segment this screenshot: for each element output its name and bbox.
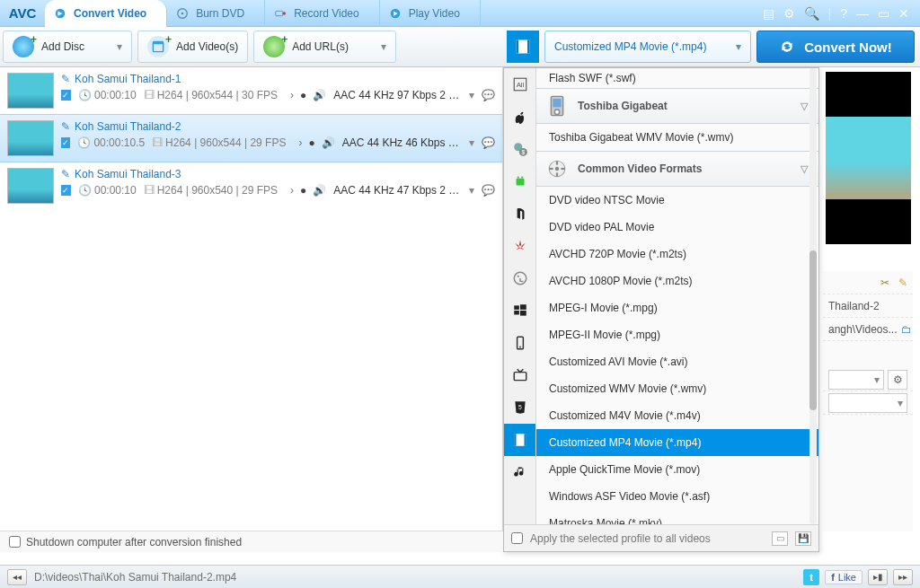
category-apple[interactable] [504,101,536,133]
format-item[interactable]: Flash SWF (*.swf) [536,68,818,88]
tab-label: Play Video [409,7,460,20]
video-row[interactable]: ✎ Koh Samui Thailand-3 ✓ 🕓 00:00:10 🎞 H2… [0,162,502,209]
folder-icon[interactable]: 🗀 [901,323,912,336]
category-tv[interactable] [504,359,536,391]
maximize-icon[interactable]: ▭ [878,6,889,21]
category-android-money[interactable]: $ [504,133,536,165]
crop-icon[interactable]: ✂ [880,276,889,289]
checkbox[interactable]: ✓ [61,90,71,101]
effects-icon[interactable]: ✎ [898,276,907,289]
format-item[interactable]: Apple QuickTime Movie (*.mov) [536,456,818,483]
category-video[interactable] [504,424,536,456]
audio-icon[interactable]: 🔊 [313,89,326,101]
shutdown-checkbox[interactable] [9,536,21,548]
close-icon[interactable]: ✕ [898,6,909,21]
expand-icon[interactable]: › [290,89,294,101]
output-profile-selector[interactable]: Customized MP4 Movie (*.mp4) ▾ [544,31,751,63]
format-item[interactable]: AVCHD 1080P Movie (*.m2ts) [536,268,818,294]
category-mobile[interactable] [504,327,536,359]
svg-rect-40 [561,168,564,170]
tab-convert-video[interactable]: Convert Video [45,0,167,27]
format-item[interactable]: DVD video NTSC Movie [536,187,818,214]
format-section-header[interactable]: Toshiba Gigabeat▽ [536,88,818,124]
facebook-like-button[interactable]: fLike [825,570,862,584]
format-item[interactable]: MPEG-I Movie (*.mpg) [536,294,818,321]
format-item[interactable]: MPEG-II Movie (*.mpg) [536,321,818,348]
svg-rect-16 [517,179,525,186]
thumbnail [7,120,54,156]
settings-icon[interactable]: ● [300,184,306,197]
svg-rect-30 [514,434,516,446]
category-android[interactable] [504,165,536,197]
category-huawei[interactable] [504,230,536,262]
shutdown-label: Shutdown computer after conversion finis… [26,536,242,549]
next-button[interactable]: ▸▮ [868,569,888,585]
dropdown-icon[interactable]: ▾ [469,89,474,101]
expand-icon[interactable]: › [298,136,302,149]
comment-icon[interactable]: 💬 [482,184,495,197]
chevron-down-icon: ▽ [801,163,808,175]
tab-record-video[interactable]: Record Video [265,0,380,27]
settings-icon[interactable]: ● [300,89,306,101]
add-disc-button[interactable]: + Add Disc ▾ [3,31,132,63]
gear-icon[interactable]: ⚙ [783,6,795,21]
format-item[interactable]: AVCHD 720P Movie (*.m2ts) [536,241,818,268]
format-item[interactable]: DVD video PAL Movie [536,214,818,241]
category-windows[interactable] [504,294,536,327]
category-lg[interactable] [504,262,536,294]
minimize-icon[interactable]: — [856,6,869,21]
audio-icon[interactable]: 🔊 [322,136,335,149]
format-section-header[interactable]: Common Video Formats▽ [536,151,818,187]
save-profile-button[interactable]: 💾 [795,531,811,546]
audio-icon[interactable]: 🔊 [313,184,326,197]
svg-point-26 [519,347,521,348]
dropdown-icon[interactable]: ▾ [469,184,474,197]
format-item[interactable]: Customized WMV Movie (*.wmv) [536,375,818,402]
video-profile-dropdown[interactable]: ▾ [828,370,884,390]
checkbox[interactable]: ✓ [61,137,70,148]
dropdown-icon[interactable]: ▾ [469,136,474,149]
format-item[interactable]: Matroska Movie (*.mkv) [536,510,818,524]
convert-now-button[interactable]: Convert Now! [756,31,915,63]
svg-rect-33 [553,99,561,107]
end-button[interactable]: ▸▸ [893,569,913,585]
settings-icon[interactable]: ● [308,136,314,149]
format-item[interactable]: Toshiba Gigabeat WMV Movie (*.wmv) [536,124,818,151]
format-column[interactable]: Flash SWF (*.swf)Toshiba Gigabeat▽Toshib… [536,68,818,524]
edit-icon[interactable]: ✎ [61,168,70,180]
format-item[interactable]: Customized MP4 Movie (*.mp4) [536,429,818,456]
format-item[interactable]: Customized AVI Movie (*.avi) [536,348,818,375]
category-all[interactable]: All [504,68,536,101]
video-settings-button[interactable]: ⚙ [888,370,907,390]
format-item[interactable]: Customized M4V Movie (*.m4v) [536,402,818,429]
apply-all-checkbox[interactable] [511,532,523,544]
checkbox[interactable]: ✓ [61,185,71,196]
prev-button[interactable]: ◂◂ [7,569,27,585]
category-playstation[interactable] [504,197,536,230]
comment-icon[interactable]: 💬 [482,136,495,149]
profile-category-icon[interactable] [507,31,539,63]
edit-icon[interactable]: ✎ [61,73,70,85]
search-icon[interactable]: 🔍 [804,6,819,21]
svg-rect-39 [549,168,553,170]
add-videos-button[interactable]: + Add Video(s) [137,31,248,63]
category-html5[interactable]: 5 [504,391,536,424]
audio-profile-dropdown[interactable]: ▾ [828,393,907,413]
tab-play-video[interactable]: Play Video [380,0,481,27]
edit-icon[interactable]: ✎ [61,120,70,133]
menu-icon[interactable]: ▤ [763,6,774,21]
tab-burn-dvd[interactable]: Burn DVD [167,0,265,27]
svg-rect-24 [520,311,526,316]
category-audio[interactable] [504,456,536,488]
scrollbar[interactable] [809,68,817,524]
comment-icon[interactable]: 💬 [482,89,495,101]
add-profile-button[interactable]: ▭ [772,531,788,546]
video-row[interactable]: ✎ Koh Samui Thailand-1 ✓ 🕓 00:00:10 🎞 H2… [0,67,502,114]
add-urls-button[interactable]: + Add URL(s) ▾ [253,31,396,63]
help-icon[interactable]: ? [840,6,847,21]
twitter-button[interactable]: t [803,569,819,585]
expand-icon[interactable]: › [290,184,294,197]
tab-label: Burn DVD [196,7,244,20]
format-item[interactable]: Windows ASF Video Movie (*.asf) [536,483,818,510]
video-row[interactable]: ✎ Koh Samui Thailand-2 ✓ 🕓 00:00:10.5 🎞 … [0,114,502,162]
